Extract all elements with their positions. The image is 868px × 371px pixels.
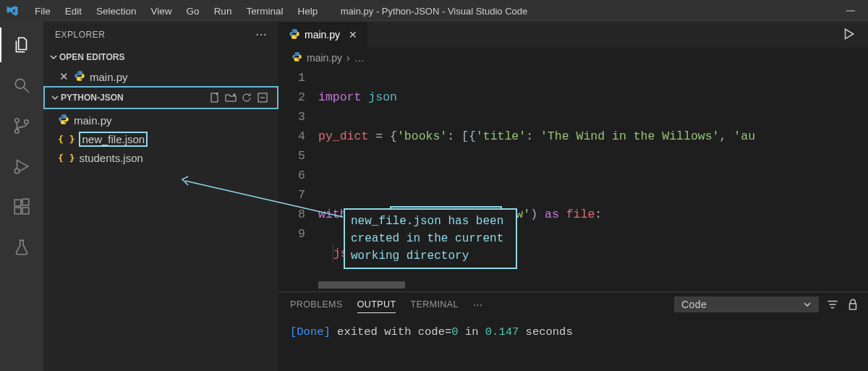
chevron-down-icon — [48, 51, 59, 63]
file-name: new_file.json — [79, 132, 148, 147]
new-file-icon[interactable] — [209, 92, 221, 103]
svg-line-2 — [24, 88, 29, 93]
open-editor-name: main.py — [90, 71, 128, 83]
close-icon[interactable]: ✕ — [344, 29, 357, 40]
menu-file[interactable]: File — [27, 3, 58, 20]
python-icon — [289, 28, 300, 42]
explorer-more-icon[interactable]: ⋯ — [255, 27, 268, 41]
file-item-newfile[interactable]: { } new_file.json — [43, 129, 278, 148]
folder-header[interactable]: PYTHON-JSON — [45, 88, 277, 108]
chevron-down-icon — [49, 92, 61, 103]
breadcrumb-more: … — [354, 52, 365, 64]
output-content: [Done] exited with code=0 in 0.147 secon… — [278, 317, 868, 343]
activity-bar — [0, 22, 43, 371]
svg-point-5 — [25, 120, 28, 124]
activity-explorer[interactable] — [4, 27, 39, 62]
file-item-main[interactable]: main.py — [43, 111, 278, 129]
explorer-title: EXPLORER — [55, 30, 105, 40]
open-editors-label: OPEN EDITORS — [59, 52, 124, 62]
editor-tabs: main.py ✕ — [278, 22, 868, 48]
svg-rect-13 — [850, 304, 856, 310]
refresh-icon[interactable] — [241, 92, 252, 103]
file-item-students[interactable]: { } students.json — [43, 148, 278, 167]
activity-extensions[interactable] — [4, 189, 39, 224]
vscode-logo-icon — [6, 4, 19, 17]
activity-debug[interactable] — [4, 149, 39, 184]
menu-help[interactable]: Help — [290, 3, 325, 20]
breadcrumb-sep: › — [346, 52, 350, 64]
lock-icon[interactable] — [846, 298, 859, 311]
panel-tab-terminal[interactable]: TERMINAL — [410, 297, 458, 312]
panel-tab-output[interactable]: OUTPUT — [357, 297, 396, 313]
branch-icon — [12, 116, 31, 135]
breadcrumb[interactable]: main.py › … — [278, 48, 868, 68]
run-button[interactable] — [842, 27, 868, 43]
svg-rect-8 — [14, 208, 21, 214]
extensions-icon — [12, 197, 31, 216]
svg-point-6 — [14, 169, 20, 174]
sidebar-explorer: EXPLORER ⋯ OPEN EDITORS ✕ main.py PYTHON… — [43, 22, 278, 371]
debug-icon — [12, 157, 31, 176]
svg-point-4 — [15, 129, 19, 133]
filter-icon[interactable] — [826, 298, 839, 311]
menu-terminal[interactable]: Terminal — [239, 3, 290, 20]
activity-scm[interactable] — [4, 108, 39, 143]
tab-label: main.py — [305, 29, 340, 40]
svg-point-1 — [15, 79, 25, 88]
panel-tab-problems[interactable]: PROBLEMS — [290, 297, 343, 312]
chevron-down-icon — [803, 300, 812, 309]
open-editors-header[interactable]: OPEN EDITORS — [43, 47, 278, 67]
svg-rect-10 — [22, 199, 29, 205]
search-icon — [12, 76, 31, 95]
new-folder-icon[interactable] — [225, 92, 237, 103]
collapse-icon[interactable] — [257, 92, 268, 103]
json-icon: { } — [58, 134, 75, 145]
json-icon: { } — [58, 153, 75, 163]
activity-testing[interactable] — [4, 230, 39, 265]
menu-view[interactable]: View — [144, 3, 179, 20]
editor-area: main.py ✕ main.py › … 1 2 3 4 5 6 7 — [278, 22, 868, 371]
breadcrumb-file: main.py — [307, 52, 342, 64]
menu-bar: File Edit Selection View Go Run Terminal… — [27, 3, 325, 20]
output-channel-dropdown[interactable]: Code — [674, 297, 819, 312]
tab-main[interactable]: main.py ✕ — [278, 22, 367, 48]
window-title: main.py - Python-JSON - Visual Studio Co… — [341, 6, 527, 17]
open-editor-item[interactable]: ✕ main.py — [43, 67, 278, 86]
h-scrollbar[interactable] — [318, 281, 405, 289]
minimize-icon[interactable] — [846, 7, 855, 15]
files-icon — [12, 35, 31, 54]
menu-run[interactable]: Run — [207, 3, 239, 20]
title-bar: File Edit Selection View Go Run Terminal… — [0, 0, 868, 22]
menu-go[interactable]: Go — [179, 3, 207, 20]
file-name: students.json — [79, 152, 142, 164]
flask-icon — [12, 238, 31, 257]
annotation-callout: new_file.json has been created in the cu… — [344, 208, 517, 269]
python-icon — [292, 51, 302, 64]
menu-edit[interactable]: Edit — [58, 3, 89, 20]
line-gutter: 1 2 3 4 5 6 7 8 9 — [278, 68, 318, 291]
panel-more-icon[interactable]: ⋯ — [473, 297, 482, 313]
svg-rect-9 — [22, 208, 29, 214]
file-name: main.py — [74, 114, 112, 127]
svg-rect-7 — [14, 200, 21, 206]
svg-point-3 — [15, 119, 19, 122]
python-icon — [58, 114, 69, 127]
activity-search[interactable] — [4, 68, 39, 103]
folder-name: PYTHON-JSON — [61, 93, 124, 103]
menu-selection[interactable]: Selection — [89, 3, 144, 20]
python-icon — [74, 70, 85, 84]
close-icon[interactable]: ✕ — [58, 70, 69, 83]
bottom-panel: PROBLEMS OUTPUT TERMINAL ⋯ Code [Done] e… — [278, 291, 868, 371]
